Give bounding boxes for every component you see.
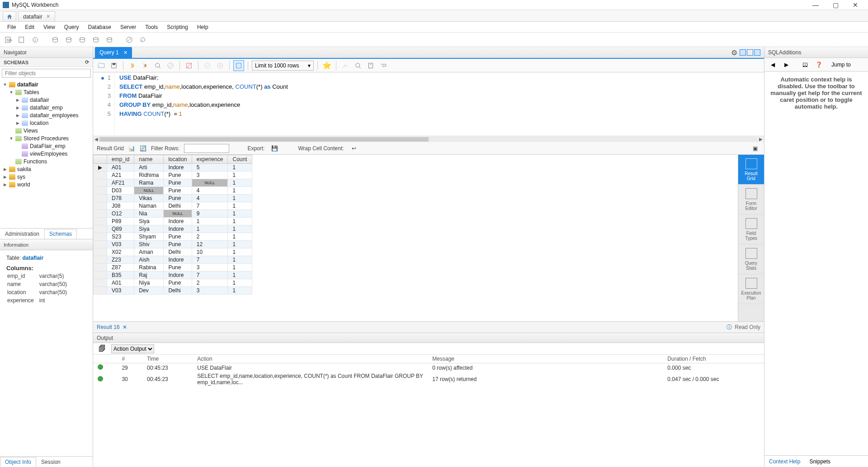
maximize-result-button[interactable]: ▣ <box>750 143 760 154</box>
object-info-tab[interactable]: Object Info <box>0 457 36 467</box>
table-row[interactable]: Q89SiyaIndore11 <box>94 225 252 233</box>
table-row[interactable]: A21RidhimaPune31 <box>94 172 252 179</box>
side-tab[interactable]: FormEditor <box>738 185 764 214</box>
query-tab-close-icon[interactable]: ✕ <box>123 50 127 56</box>
reconnect-button[interactable] <box>137 34 148 45</box>
save-sql-button[interactable] <box>108 60 119 71</box>
output-row[interactable]: 2900:45:23USE DataFlair0 row(s) affected… <box>93 363 764 372</box>
server-status-button[interactable] <box>50 34 61 45</box>
commit-button[interactable] <box>202 60 213 71</box>
output-clear-button[interactable]: 🗐 <box>97 343 108 354</box>
dont-auto-commit-button[interactable] <box>184 60 194 71</box>
editor-hscrollbar[interactable]: ◀▶ <box>93 136 764 142</box>
tree-item[interactable]: ▼dataflair <box>0 81 93 88</box>
export-result-button[interactable]: 💾 <box>269 143 280 154</box>
table-row[interactable]: X02AmanDelhi101 <box>94 248 252 256</box>
users-button[interactable] <box>77 34 88 45</box>
table-row[interactable]: Z23AishIndore71 <box>94 256 252 264</box>
output-type-select[interactable]: Action Output <box>111 344 154 353</box>
side-tab[interactable]: ResultGrid <box>738 155 764 185</box>
open-sql-button[interactable] <box>96 60 107 71</box>
side-tab[interactable]: QueryStats <box>738 244 764 274</box>
connection-tab[interactable]: dataflair ✕ <box>18 11 55 21</box>
menu-database[interactable]: Database <box>84 22 116 32</box>
result-grid[interactable]: emp_idnamelocationexperienceCount▶A01Art… <box>93 155 738 321</box>
export-button[interactable] <box>90 34 101 45</box>
schema-tree[interactable]: ▼dataflair▼Tables▶dataflair▶dataflair_em… <box>0 80 93 228</box>
minimize-button[interactable]: — <box>806 1 826 9</box>
table-row[interactable]: D03NULLPune41 <box>94 187 252 195</box>
tree-item[interactable]: DataFlair_emp <box>0 142 93 150</box>
result-tab[interactable]: Result 16✕ <box>97 324 127 330</box>
snippets-tab[interactable]: Snippets <box>805 457 835 467</box>
help-button[interactable]: 🕮 <box>800 59 811 70</box>
inspector-button[interactable]: i <box>30 34 41 45</box>
execute-current-button[interactable] <box>140 60 151 71</box>
close-button[interactable]: ✕ <box>845 1 865 9</box>
table-row[interactable]: O12NiaNULL91 <box>94 210 252 218</box>
schemas-tab[interactable]: Schemas <box>44 229 77 239</box>
import-button[interactable] <box>104 34 115 45</box>
tree-item[interactable]: ▼Stored Procedures <box>0 134 93 142</box>
menu-scripting[interactable]: Scripting <box>162 22 193 32</box>
explain-button[interactable] <box>152 60 163 71</box>
layout-toggle-2[interactable] <box>747 49 753 56</box>
tree-item[interactable]: ▼Tables <box>0 88 93 96</box>
auto-help-button[interactable]: ❓ <box>813 59 824 70</box>
tree-item[interactable]: Functions <box>0 157 93 165</box>
table-row[interactable]: P89SiyaIndore11 <box>94 218 252 225</box>
session-tab[interactable]: Session <box>36 457 66 467</box>
layout-toggle-1[interactable] <box>740 49 746 56</box>
wrap-button[interactable] <box>378 60 389 71</box>
table-row[interactable]: V03DevDelhi31 <box>94 287 252 295</box>
tree-item[interactable]: ▶dataflair_employees <box>0 111 93 119</box>
next-button[interactable]: ▶ <box>781 59 792 70</box>
connection-tab-close-icon[interactable]: ✕ <box>46 14 50 19</box>
tree-item[interactable]: viewEmployees <box>0 150 93 157</box>
tree-item[interactable]: ▶dataflair_emp <box>0 104 93 111</box>
result-grid-refresh-icon[interactable]: 🔄 <box>140 145 146 152</box>
panel-settings-icon[interactable]: ⚙ <box>730 48 739 57</box>
tree-item[interactable]: ▶world <box>0 181 93 188</box>
table-row[interactable]: J08NamanDelhi71 <box>94 202 252 210</box>
jump-to-label[interactable]: Jump to <box>831 62 851 68</box>
home-tab[interactable] <box>3 11 16 21</box>
stop-button[interactable] <box>124 34 135 45</box>
side-tab[interactable]: FieldTypes <box>738 214 764 244</box>
context-help-tab[interactable]: Context Help <box>764 457 805 467</box>
refresh-schemas-icon[interactable]: ⟳ <box>85 59 89 65</box>
client-connections-button[interactable] <box>63 34 74 45</box>
table-row[interactable]: A01NiyaPune21 <box>94 279 252 287</box>
output-row[interactable]: 3000:45:23SELECT emp_id,name,location,ex… <box>93 372 764 386</box>
favorite-button[interactable]: ⭐ <box>321 60 332 71</box>
layout-toggle-3[interactable] <box>754 49 760 56</box>
table-row[interactable]: AF21RamaPuneNULL1 <box>94 179 252 187</box>
tree-item[interactable]: ▶dataflair <box>0 96 93 104</box>
find-button[interactable] <box>353 60 363 71</box>
prev-button[interactable]: ◀ <box>767 59 778 70</box>
new-model-button[interactable] <box>16 34 27 45</box>
result-tab-close-icon[interactable]: ✕ <box>123 324 127 330</box>
stop-query-button[interactable] <box>165 60 176 71</box>
administration-tab[interactable]: Administration <box>0 229 44 239</box>
table-row[interactable]: D78VikasPune41 <box>94 195 252 202</box>
menu-tools[interactable]: Tools <box>141 22 162 32</box>
tree-item[interactable]: ▶sakila <box>0 165 93 173</box>
maximize-button[interactable]: ▢ <box>826 1 845 9</box>
menu-query[interactable]: Query <box>60 22 84 32</box>
menu-help[interactable]: Help <box>193 22 213 32</box>
table-row[interactable]: B35RajIndore71 <box>94 272 252 279</box>
table-row[interactable]: S23ShyamPune21 <box>94 233 252 241</box>
sql-editor[interactable]: 12345 USE DataFlair;SELECT emp_id,name,l… <box>93 72 764 136</box>
menu-file[interactable]: File <box>3 22 20 32</box>
beautify-button[interactable] <box>340 60 351 71</box>
tree-item[interactable]: ▶sys <box>0 173 93 181</box>
side-tab[interactable]: ExecutionPlan <box>738 274 764 304</box>
table-row[interactable]: ▶A01ArtiIndore51 <box>94 164 252 172</box>
table-row[interactable]: V03ShivPune121 <box>94 241 252 248</box>
new-sql-tab-button[interactable]: SQL <box>3 34 14 45</box>
tree-item[interactable]: ▶location <box>0 119 93 127</box>
query-tab-1[interactable]: Query 1 ✕ <box>95 47 132 58</box>
menu-server[interactable]: Server <box>116 22 141 32</box>
table-row[interactable]: Z87RabinaPune31 <box>94 264 252 272</box>
